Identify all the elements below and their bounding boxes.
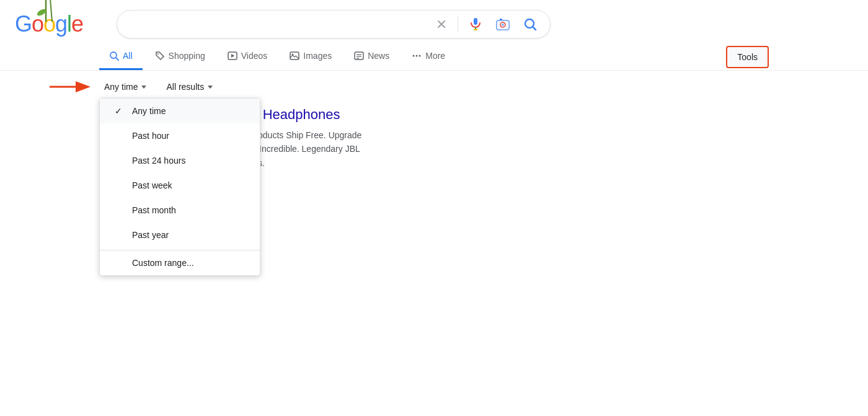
- svg-rect-27: [290, 52, 299, 60]
- time-filter-label: Any time: [104, 82, 138, 92]
- flower-decoration: [30, 0, 61, 26]
- tab-news[interactable]: News: [344, 43, 399, 70]
- dots-icon: [412, 51, 422, 61]
- header: G o: [0, 0, 868, 43]
- results-filter-label: All results: [166, 82, 204, 92]
- svg-point-35: [419, 55, 421, 57]
- time-option-day-label: Past 24 hours: [132, 156, 185, 166]
- google-logo[interactable]: G o: [15, 11, 102, 37]
- lens-button[interactable]: [493, 14, 513, 34]
- tab-news-label: News: [368, 51, 389, 61]
- svg-point-18: [502, 24, 504, 26]
- tab-more-label: More: [425, 51, 445, 61]
- image-icon: [290, 51, 299, 61]
- tab-all-label: All: [123, 51, 133, 61]
- time-option-year-label: Past year: [132, 230, 169, 240]
- tab-images-label: Images: [303, 51, 332, 61]
- svg-point-24: [157, 53, 159, 55]
- svg-marker-26: [231, 54, 234, 58]
- news-icon: [354, 51, 364, 61]
- filter-row: Any time All results ✓ Any time Past hou…: [0, 71, 868, 103]
- search-bar-icons: [433, 14, 540, 34]
- time-option-year[interactable]: Past year: [100, 223, 260, 247]
- nav-tabs: All Shopping Videos Images: [0, 43, 868, 71]
- time-option-month-label: Past month: [132, 205, 176, 215]
- tag-icon: [155, 51, 165, 61]
- time-option-month[interactable]: Past month: [100, 198, 260, 223]
- time-option-hour[interactable]: Past hour: [100, 123, 260, 148]
- svg-line-23: [116, 58, 118, 60]
- arrow-indicator: [50, 79, 93, 94]
- clear-button[interactable]: [433, 15, 450, 33]
- chevron-down-icon-2: [208, 86, 213, 89]
- microphone-button[interactable]: [466, 14, 485, 34]
- search-input[interactable]: best over the ear headphones: [127, 18, 433, 31]
- tab-shopping-label: Shopping: [169, 51, 205, 61]
- time-option-custom-label: Custom range...: [132, 258, 194, 268]
- svg-line-21: [533, 27, 536, 30]
- arrow-icon: [50, 79, 93, 94]
- logo-letter-e: e: [71, 11, 83, 37]
- microphone-icon: [468, 17, 483, 32]
- search-button[interactable]: [520, 14, 540, 34]
- chevron-down-icon: [141, 86, 146, 89]
- logo-letter-o1: o: [32, 11, 43, 37]
- close-icon: [435, 18, 448, 30]
- tab-videos-label: Videos: [241, 51, 268, 61]
- divider: [458, 17, 458, 32]
- svg-rect-12: [474, 18, 477, 25]
- camera-icon: [495, 17, 510, 32]
- time-dropdown-menu: ✓ Any time Past hour Past 24 hours Past …: [99, 98, 260, 276]
- svg-rect-19: [500, 19, 502, 20]
- time-option-day[interactable]: Past 24 hours: [100, 148, 260, 173]
- tab-all[interactable]: All: [99, 43, 143, 70]
- search-tab-icon: [109, 51, 119, 61]
- time-filter-dropdown[interactable]: Any time: [99, 78, 151, 95]
- check-icon: ✓: [115, 106, 125, 116]
- tab-images[interactable]: Images: [280, 43, 342, 70]
- play-icon: [228, 51, 237, 61]
- time-option-custom[interactable]: Custom range...: [100, 250, 260, 275]
- tab-videos[interactable]: Videos: [218, 43, 278, 70]
- time-option-any-label: Any time: [132, 106, 166, 116]
- time-option-any[interactable]: ✓ Any time: [100, 99, 260, 123]
- time-option-week-label: Past week: [132, 180, 172, 190]
- svg-line-7: [50, 0, 52, 22]
- logo-letter-l: l: [67, 11, 71, 37]
- results-filter-dropdown[interactable]: All results: [161, 78, 218, 95]
- tab-shopping[interactable]: Shopping: [145, 43, 215, 70]
- svg-point-33: [413, 55, 415, 57]
- search-icon: [523, 17, 538, 32]
- logo-text: G o: [15, 11, 83, 37]
- time-option-week[interactable]: Past week: [100, 173, 260, 198]
- tools-button[interactable]: Tools: [726, 46, 769, 68]
- tab-more[interactable]: More: [402, 43, 455, 70]
- search-bar: best over the ear headphones: [117, 10, 551, 38]
- logo-letter-g: G: [15, 11, 32, 37]
- svg-point-34: [416, 55, 418, 57]
- time-option-hour-label: Past hour: [132, 131, 169, 141]
